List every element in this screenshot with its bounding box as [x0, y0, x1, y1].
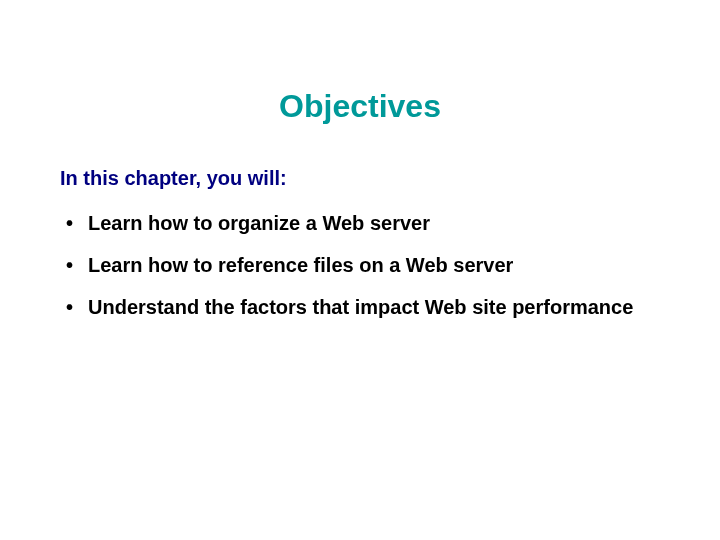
bullet-list: Learn how to organize a Web server Learn… — [60, 210, 660, 320]
slide-title: Objectives — [0, 88, 720, 125]
intro-text: In this chapter, you will: — [60, 167, 720, 190]
bullet-item: Learn how to organize a Web server — [60, 210, 660, 236]
bullet-item: Learn how to reference files on a Web se… — [60, 252, 660, 278]
slide: Objectives In this chapter, you will: Le… — [0, 88, 720, 540]
bullet-item: Understand the factors that impact Web s… — [60, 294, 660, 320]
